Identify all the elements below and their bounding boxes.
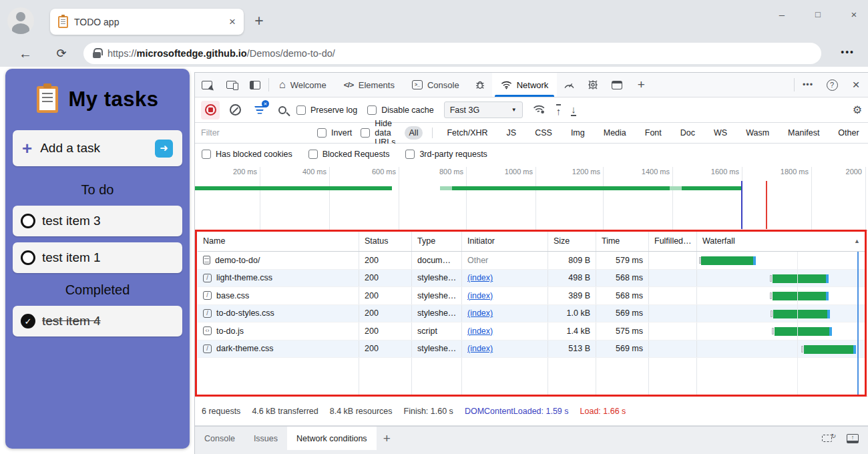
add-panel-icon[interactable]: +	[629, 73, 653, 97]
hide-data-urls-checkbox[interactable]: Hide data URLs	[361, 119, 395, 147]
expand-drawer-icon[interactable]: ↑	[847, 434, 859, 443]
task-item-completed[interactable]: ✓ test item 4	[13, 306, 182, 336]
device-emulation-icon[interactable]	[219, 73, 243, 97]
column-header-type[interactable]: Type	[412, 231, 462, 251]
drawer-add-tab-icon[interactable]: +	[383, 431, 391, 446]
blocked-requests-checkbox[interactable]: Blocked Requests	[308, 150, 390, 159]
initiator-link[interactable]: (index)	[467, 344, 493, 353]
column-header-status[interactable]: Status	[359, 231, 412, 251]
export-har-icon[interactable]: ↓	[571, 104, 576, 116]
submit-task-button[interactable]: ➜	[155, 140, 173, 158]
browser-tab[interactable]: TODO app ×	[50, 9, 244, 35]
search-icon[interactable]	[278, 106, 286, 114]
back-icon[interactable]: ←	[16, 44, 35, 63]
tab-console[interactable]: >_ Console	[403, 73, 468, 97]
table-row[interactable]: / to-do-styles.css 200 styleshe… (index)…	[198, 305, 865, 323]
tab-elements[interactable]: </> Elements	[335, 73, 403, 97]
type-filter-js[interactable]: JS	[502, 126, 521, 140]
table-row[interactable]: / dark-theme.css 200 styleshe… (index) 5…	[198, 340, 865, 359]
todo-section-heading: To do	[5, 182, 190, 198]
network-overview-timeline[interactable]: 200 ms 400 ms 600 ms 800 ms 1000 ms 1200…	[195, 164, 868, 231]
column-header-waterfall[interactable]: Waterfall ▲	[697, 231, 865, 251]
drawer-tab-console[interactable]: Console	[195, 427, 244, 450]
record-button[interactable]	[201, 101, 220, 120]
request-size: 389 B	[548, 287, 596, 304]
application-chip-icon[interactable]	[581, 73, 605, 97]
tab-close-icon[interactable]: ×	[229, 15, 236, 29]
adapter-rotate-icon[interactable]	[822, 435, 832, 442]
devtools-close-icon[interactable]: ×	[844, 77, 868, 92]
table-row[interactable]: / base.css 200 styleshe… (index) 389 B 5…	[198, 287, 865, 305]
type-filter-other[interactable]: Other	[833, 126, 863, 140]
add-task-input[interactable]: + Add a task ➜	[13, 130, 182, 166]
clear-log-icon[interactable]	[230, 104, 241, 116]
task-checkbox-checked[interactable]: ✓	[21, 314, 35, 328]
filter-input[interactable]	[201, 126, 308, 140]
request-type-filters: All Fetch/XHR JS CSS Img Media Font Doc …	[405, 126, 864, 140]
column-header-fulfilled[interactable]: Fulfilled…	[649, 231, 697, 251]
devtools-panel: ⌂ Welcome </> Elements >_ Console	[194, 72, 868, 454]
column-header-time[interactable]: Time	[596, 231, 649, 251]
code-icon: </>	[344, 81, 354, 89]
disable-cache-checkbox[interactable]: Disable cache	[367, 105, 434, 115]
browser-menu-icon[interactable]: •••	[841, 47, 855, 57]
tab-welcome[interactable]: ⌂ Welcome	[270, 73, 335, 97]
task-item[interactable]: test item 3	[13, 206, 182, 236]
minimize-button[interactable]: –	[773, 5, 791, 23]
preserve-log-checkbox[interactable]: Preserve log	[296, 105, 357, 115]
type-filter-css[interactable]: CSS	[530, 126, 557, 140]
network-settings-gear-icon[interactable]: ⚙	[853, 103, 862, 116]
tick-label: 1600 ms	[702, 168, 739, 176]
task-checkbox[interactable]	[21, 214, 35, 228]
help-icon[interactable]: ?	[820, 79, 844, 91]
task-item[interactable]: test item 1	[13, 242, 182, 273]
address-bar[interactable]: https://microsoftedge.github.io/Demos/de…	[83, 43, 821, 64]
more-tools-panel-icon[interactable]	[605, 73, 629, 97]
invert-checkbox[interactable]: Invert	[317, 128, 352, 138]
devtools-menu-icon[interactable]: •••	[796, 80, 820, 89]
initiator-link[interactable]: (index)	[467, 308, 493, 318]
profile-avatar[interactable]	[7, 7, 34, 34]
task-checkbox[interactable]	[21, 250, 35, 265]
import-har-icon[interactable]: ↑	[556, 104, 562, 116]
has-blocked-cookies-checkbox[interactable]: Has blocked cookies	[202, 150, 292, 159]
tab-label: Welcome	[290, 80, 327, 90]
type-filter-font[interactable]: Font	[640, 126, 666, 140]
dock-side-icon[interactable]	[243, 73, 267, 97]
type-filter-manifest[interactable]: Manifest	[783, 126, 824, 140]
table-row[interactable]: ‹› to-do.js 200 script (index) 1.4 kB 57…	[198, 322, 865, 340]
inspect-element-icon[interactable]	[195, 73, 219, 97]
column-header-name[interactable]: Name	[198, 231, 359, 251]
throttling-select[interactable]: Fast 3G ▼	[444, 101, 523, 118]
maximize-button[interactable]: □	[809, 5, 827, 23]
third-party-requests-checkbox[interactable]: 3rd-party requests	[405, 150, 487, 159]
new-tab-button[interactable]: +	[250, 12, 268, 31]
type-filter-ws[interactable]: WS	[709, 126, 732, 140]
initiator-link[interactable]: (index)	[467, 273, 493, 282]
drawer-tab-network-conditions[interactable]: Network conditions	[287, 427, 377, 450]
bug-icon[interactable]	[468, 73, 492, 97]
drawer-tab-issues[interactable]: Issues	[244, 427, 287, 450]
performance-gauge-icon[interactable]	[557, 73, 581, 97]
filter-toggle-icon[interactable]: ✕	[251, 101, 268, 119]
initiator-link[interactable]: (index)	[467, 291, 493, 300]
request-type: styleshe…	[412, 340, 462, 358]
column-header-size[interactable]: Size	[548, 231, 596, 251]
type-filter-all[interactable]: All	[405, 126, 423, 140]
window-close-button[interactable]: ×	[845, 5, 863, 23]
tab-network[interactable]: Network	[492, 73, 558, 97]
request-fulfilled	[649, 340, 697, 358]
type-filter-doc[interactable]: Doc	[676, 126, 700, 140]
network-conditions-icon[interactable]	[533, 104, 546, 116]
request-fulfilled	[649, 252, 697, 269]
type-filter-media[interactable]: Media	[599, 126, 631, 140]
type-filter-wasm[interactable]: Wasm	[741, 126, 774, 140]
type-filter-fetch-xhr[interactable]: Fetch/XHR	[442, 126, 492, 140]
type-filter-img[interactable]: Img	[566, 126, 590, 140]
table-row[interactable]: demo-to-do/ 200 docum… Other 809 B 579 m…	[198, 252, 865, 270]
initiator-link[interactable]: (index)	[467, 326, 493, 336]
refresh-icon[interactable]: ⟳	[52, 44, 71, 63]
column-header-initiator[interactable]: Initiator	[462, 231, 548, 251]
add-task-label: Add a task	[40, 141, 155, 156]
table-row[interactable]: / light-theme.css 200 styleshe… (index) …	[198, 270, 865, 288]
